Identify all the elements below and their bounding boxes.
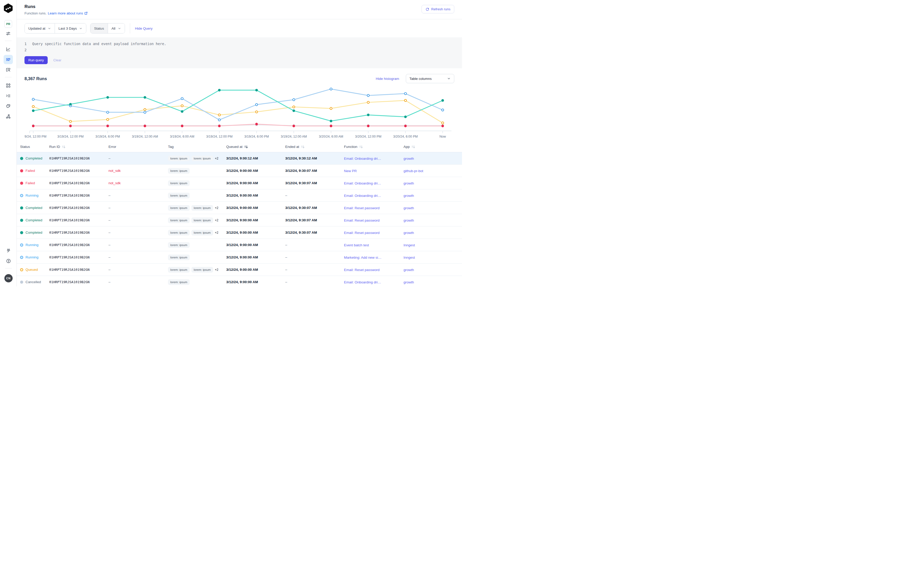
status-dot-icon xyxy=(20,280,23,284)
function-link[interactable]: Email: Reset password xyxy=(344,206,379,210)
run-id: 01HRPT19RJSA1019B2GN xyxy=(49,181,108,185)
learn-more-link[interactable]: Learn more about runs xyxy=(48,11,88,15)
column-header[interactable]: Run ID xyxy=(49,145,108,149)
hide-histogram-link[interactable]: Hide histogram xyxy=(376,77,399,81)
app-link[interactable]: growth xyxy=(404,231,414,235)
status-cell: Running xyxy=(20,194,49,197)
page-title: Runs xyxy=(25,4,88,9)
app-link[interactable]: growth xyxy=(404,280,414,284)
status-dot-icon xyxy=(20,157,23,160)
function-link[interactable]: Email: Reset password xyxy=(344,231,379,235)
app-link[interactable]: growth xyxy=(404,268,414,272)
tag-chip: lorem: ipsum xyxy=(168,180,189,186)
tag-chip: lorem: ipsum xyxy=(168,230,189,235)
table-row[interactable]: Running 01HRPT19RJSA1019B2GN – lorem: ip… xyxy=(17,251,462,263)
run-id: 01HRPT19RJSA1019B2GN xyxy=(49,255,108,259)
run-query-button[interactable]: Run query xyxy=(25,56,48,64)
app-link[interactable]: growth xyxy=(404,194,414,197)
sidebar-item-help[interactable] xyxy=(4,256,13,266)
app-link[interactable]: growth xyxy=(404,219,414,222)
query-editor[interactable]: 1 Query specific function data and event… xyxy=(17,38,462,68)
workspace-badge[interactable]: PR xyxy=(5,20,12,28)
tag-cell: lorem: ipsum xyxy=(168,193,226,198)
status-label: Running xyxy=(25,255,38,259)
error-cell: – xyxy=(108,218,168,222)
sidebar-item-events[interactable] xyxy=(4,102,13,111)
column-header[interactable]: Queued at xyxy=(226,145,285,149)
sidebar-item-runs[interactable] xyxy=(4,55,13,64)
sidebar-item-metrics[interactable] xyxy=(4,45,13,54)
function-link[interactable]: Email: Reset password xyxy=(344,219,379,222)
data-point-running xyxy=(293,99,295,101)
user-avatar[interactable]: CN xyxy=(5,274,13,282)
table-row[interactable]: Running 01HRPT19RJSA1019B2GN – lorem: ip… xyxy=(17,189,462,202)
tag-chip: lorem: ipsum xyxy=(168,218,189,223)
data-point-completed xyxy=(181,110,183,113)
data-point-failed xyxy=(404,125,407,127)
tag-cell: lorem: ipsum xyxy=(168,168,226,174)
ended-at: 3/12/24, 9:30:07 AM xyxy=(285,206,344,210)
function-link[interactable]: Email: Onboarding dri… xyxy=(344,157,381,161)
time-range-dropdown[interactable]: Last 3 Days xyxy=(55,23,86,33)
table-row[interactable]: Failed 01HRPT19RJSA1019B2GN not_sdk lore… xyxy=(17,177,462,189)
app-link[interactable]: Inngest xyxy=(404,243,415,247)
tag-cell: lorem: ipsum xyxy=(168,255,226,260)
sort-icon[interactable] xyxy=(244,145,248,149)
function-link[interactable]: Email: Onboarding dri… xyxy=(344,280,381,284)
queued-at: 3/12/24, 9:00:00 AM xyxy=(226,243,285,247)
column-header[interactable]: App xyxy=(404,145,462,149)
app-link[interactable]: github-pr-bot xyxy=(404,169,423,173)
function-link[interactable]: New PR xyxy=(344,169,357,173)
data-point-queued xyxy=(218,114,220,116)
function-link[interactable]: Event batch test xyxy=(344,243,369,247)
sidebar-item-webhooks[interactable] xyxy=(4,112,13,121)
app-link[interactable]: Inngest xyxy=(404,255,415,260)
table-row[interactable]: Failed 01HRPT19RJSA1019B2GN not_sdk lore… xyxy=(17,164,462,177)
ended-at: 3/12/24, 9:30:07 AM xyxy=(285,218,344,222)
sort-icon[interactable] xyxy=(412,145,415,149)
table-columns-dropdown[interactable]: Table columns xyxy=(406,74,454,83)
tag-chip: lorem: ipsum xyxy=(168,193,189,198)
hide-query-link[interactable]: Hide Query xyxy=(135,27,152,30)
sidebar-item-functions[interactable] xyxy=(4,91,13,100)
clear-query-button[interactable]: Clear xyxy=(53,58,61,62)
chevron-down-icon xyxy=(48,27,51,30)
runs-table: StatusRun ID ErrorTagQueued at Ended at … xyxy=(17,141,462,286)
table-row[interactable]: Completed 01HRPT19RJSA1019B2GN – lorem: … xyxy=(17,227,462,239)
status-dot-icon xyxy=(20,182,23,185)
column-header[interactable]: Function xyxy=(344,145,404,149)
table-row[interactable]: Completed 01HRPT19RJSA1019B2GN – lorem: … xyxy=(17,152,462,164)
ended-at: 3/12/24, 9:30:07 AM xyxy=(285,181,344,185)
status-cell: Cancelled xyxy=(20,280,49,284)
sidebar-item-apps[interactable] xyxy=(4,81,13,90)
data-point-running xyxy=(218,119,220,121)
sort-icon[interactable] xyxy=(301,145,305,149)
inngest-logo-icon[interactable] xyxy=(3,3,13,13)
function-link[interactable]: Email: Onboarding dri… xyxy=(344,194,381,197)
function-link[interactable]: Email: Onboarding dri… xyxy=(344,182,381,185)
app-link[interactable]: growth xyxy=(404,157,414,161)
status-label: Failed xyxy=(25,169,35,173)
app-link[interactable]: growth xyxy=(404,182,414,185)
function-link[interactable]: Marketing: Add new si… xyxy=(344,255,382,260)
table-row[interactable]: Queued 01HRPT19RJSA1019B2GN – lorem: ips… xyxy=(17,263,462,276)
sidebar-item-settings[interactable] xyxy=(4,29,13,38)
status-filter-label: Status xyxy=(91,23,108,33)
time-field-dropdown[interactable]: Updated at xyxy=(25,23,55,33)
function-link[interactable]: Email: Reset password xyxy=(344,268,379,272)
x-axis-label: 3/20/24, 6:00 PM xyxy=(393,135,418,138)
sort-icon[interactable] xyxy=(359,145,363,149)
app-link[interactable]: growth xyxy=(404,206,414,210)
data-point-queued xyxy=(181,105,183,106)
table-row[interactable]: Running 01HRPT19RJSA1019B2GN – lorem: ip… xyxy=(17,239,462,251)
refresh-runs-button[interactable]: Refresh runs xyxy=(421,5,454,13)
table-row[interactable]: Completed 01HRPT19RJSA1019B2GN – lorem: … xyxy=(17,202,462,214)
table-row[interactable]: Cancelled 01HRPT19RJSA1019B2GN – lorem: … xyxy=(17,276,462,286)
sidebar-item-integrations[interactable] xyxy=(4,246,13,255)
sidebar-item-event-search[interactable] xyxy=(4,65,13,74)
table-row[interactable]: Completed 01HRPT19RJSA1019B2GN – lorem: … xyxy=(17,214,462,227)
sort-icon[interactable] xyxy=(62,145,66,149)
column-header[interactable]: Ended at xyxy=(285,145,344,149)
queued-at: 3/12/24, 9:00:00 AM xyxy=(226,255,285,259)
status-filter-dropdown[interactable]: All xyxy=(108,23,125,33)
